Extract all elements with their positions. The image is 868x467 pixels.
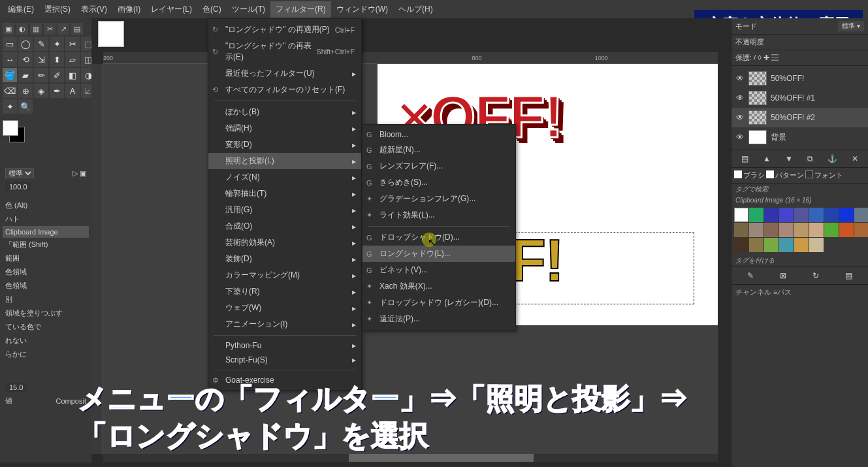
- toolbox-icon[interactable]: ▥: [30, 23, 42, 35]
- tab-pattern[interactable]: パターン: [775, 170, 804, 180]
- pattern[interactable]: [809, 208, 824, 222]
- opt[interactable]: れない: [3, 334, 89, 347]
- mi-reshow[interactable]: ↻"ロングシャドウ" の再表示(E)Shift+Ctrl+F: [208, 38, 361, 65]
- pattern[interactable]: [764, 208, 779, 222]
- new-layer-icon[interactable]: ▤: [741, 154, 748, 163]
- menu-layer[interactable]: レイヤー(L): [146, 1, 197, 18]
- opt[interactable]: ている色で: [3, 320, 89, 334]
- opacity-value[interactable]: 100.0: [5, 182, 31, 191]
- mi-blur[interactable]: ぼかし(B)▸: [208, 104, 361, 120]
- mi-decor[interactable]: 装飾(D)▸: [208, 251, 361, 267]
- menu-tool[interactable]: ツール(T): [227, 1, 270, 18]
- menu-edit[interactable]: 編集(E): [3, 1, 39, 18]
- color-swatches[interactable]: [3, 120, 29, 146]
- tool[interactable]: ✐: [50, 68, 64, 82]
- delete-icon[interactable]: ✕: [852, 154, 858, 163]
- tag-add-hint[interactable]: タグを付ける: [731, 255, 868, 266]
- pattern[interactable]: [794, 238, 809, 252]
- pattern[interactable]: [809, 238, 824, 252]
- pattern[interactable]: [779, 223, 794, 237]
- tool[interactable]: ▭: [3, 37, 17, 51]
- opt[interactable]: らかに: [3, 347, 89, 361]
- tool[interactable]: ✏: [34, 68, 48, 82]
- opt[interactable]: 範囲: [3, 251, 89, 265]
- opt[interactable]: 色 (Alt): [3, 199, 89, 212]
- delete-icon[interactable]: ⊠: [780, 271, 786, 280]
- threshold-value[interactable]: 15.0: [5, 383, 27, 392]
- eye-icon[interactable]: 👁: [735, 93, 745, 103]
- image-tab-thumb[interactable]: [98, 21, 124, 47]
- mi-drop-shadow-legacy[interactable]: ✦ドロップシャドウ (レガシー)(D)...: [362, 295, 515, 311]
- tool[interactable]: ⊕: [18, 84, 33, 98]
- opt[interactable]: 「範囲 (Shift): [3, 238, 89, 251]
- checkbox[interactable]: [766, 170, 774, 178]
- pattern[interactable]: [809, 223, 824, 237]
- mi-bloom[interactable]: GBloom...: [362, 127, 515, 142]
- mi-perspective[interactable]: ✦遠近法(P)...: [362, 311, 515, 327]
- opt[interactable]: Clipboard Image: [3, 226, 89, 238]
- opt[interactable]: 色領域: [3, 279, 89, 293]
- dock-bottom-tabs[interactable]: チャンネル ≡パス: [731, 284, 868, 300]
- mode-dropdown[interactable]: 標準 ▾: [838, 21, 864, 31]
- pattern[interactable]: [734, 223, 748, 237]
- mi-noise[interactable]: ノイズ(N)▸: [208, 169, 361, 185]
- pattern[interactable]: [764, 223, 779, 237]
- pattern[interactable]: [779, 208, 794, 222]
- tool[interactable]: ✎: [34, 37, 48, 51]
- opt[interactable]: 領域を塗りつぶす: [3, 306, 89, 320]
- tool[interactable]: A: [65, 84, 80, 98]
- mi-generic[interactable]: 汎用(G)▸: [208, 202, 361, 218]
- menu-filter[interactable]: フィルター(R): [270, 1, 331, 18]
- mi-drop-shadow[interactable]: Gドロップシャドウ(D)...: [362, 229, 515, 246]
- pattern[interactable]: [839, 223, 854, 237]
- lock-icons[interactable]: ◊ ✚ ▤: [758, 54, 779, 61]
- tag-search-hint[interactable]: タグで検索: [731, 184, 868, 195]
- mi-script-fu[interactable]: Script-Fu(S)▸: [208, 353, 361, 367]
- duplicate-icon[interactable]: ⧉: [807, 154, 813, 163]
- mi-edge[interactable]: 輪郭抽出(T)▸: [208, 185, 361, 202]
- mi-goat[interactable]: ⚙Goat-exercise: [208, 373, 361, 387]
- tool[interactable]: ▱: [65, 52, 80, 67]
- eye-icon[interactable]: 👁: [735, 133, 745, 142]
- layer-row[interactable]: 👁 50%OFF! #1: [731, 88, 868, 108]
- pattern[interactable]: [779, 238, 794, 252]
- pattern[interactable]: [824, 223, 839, 237]
- refresh-icon[interactable]: ↻: [812, 271, 819, 280]
- mi-colormap[interactable]: カラーマッピング(M)▸: [208, 267, 361, 283]
- pattern[interactable]: [749, 223, 764, 237]
- tab-brush[interactable]: ブラシ: [743, 170, 765, 180]
- pattern[interactable]: [749, 208, 764, 222]
- mi-python-fu[interactable]: Python-Fu▸: [208, 338, 361, 353]
- pattern[interactable]: [839, 208, 854, 222]
- mi-artistic[interactable]: 芸術的効果(A)▸: [208, 234, 361, 251]
- tool[interactable]: ⌫: [3, 84, 17, 98]
- opt[interactable]: 色領域: [3, 265, 89, 279]
- anchor-icon[interactable]: ⚓: [828, 154, 837, 163]
- tool[interactable]: ✦: [3, 99, 17, 114]
- mi-lens-flare[interactable]: Gレンズフレア(F)...: [362, 158, 515, 174]
- mi-xach[interactable]: ✦Xach 効果(X)...: [362, 278, 515, 295]
- tab-font[interactable]: フォント: [814, 170, 843, 180]
- opt[interactable]: ハト: [3, 212, 89, 226]
- mi-lighting[interactable]: ✦ライト効果(L)...: [362, 207, 515, 223]
- menu-color[interactable]: 色(C): [197, 1, 227, 18]
- tool[interactable]: 🔍: [18, 99, 33, 114]
- menu-image[interactable]: 画像(I): [112, 1, 146, 18]
- mi-gradient-flare[interactable]: ✦グラデーションフレア(G)...: [362, 191, 515, 207]
- scrollbar-horizontal[interactable]: [103, 454, 718, 462]
- mi-long-shadow[interactable]: Gロングシャドウ(L)...: [362, 246, 515, 262]
- menu-help[interactable]: ヘルプ(H): [393, 1, 438, 18]
- toolbox-icon[interactable]: ◐: [16, 23, 28, 35]
- pattern[interactable]: [749, 238, 764, 252]
- mi-sparkle[interactable]: Gきらめき(S)...: [362, 174, 515, 191]
- pattern[interactable]: [854, 223, 868, 237]
- tool[interactable]: ◯: [18, 37, 33, 51]
- pattern[interactable]: [734, 238, 748, 252]
- mi-supernova[interactable]: G超新星(N)...: [362, 142, 515, 158]
- scroll-thumb[interactable]: [349, 454, 533, 462]
- mi-reapply[interactable]: ↻"ロングシャドウ" の再適用(P)Ctrl+F: [208, 22, 361, 38]
- tool[interactable]: ⇲: [34, 52, 48, 67]
- toolbox-icon[interactable]: ✂: [44, 23, 56, 35]
- mi-render[interactable]: 下塗り(R)▸: [208, 283, 361, 300]
- mi-light-shadow[interactable]: 照明と投影(L)▸: [208, 153, 361, 169]
